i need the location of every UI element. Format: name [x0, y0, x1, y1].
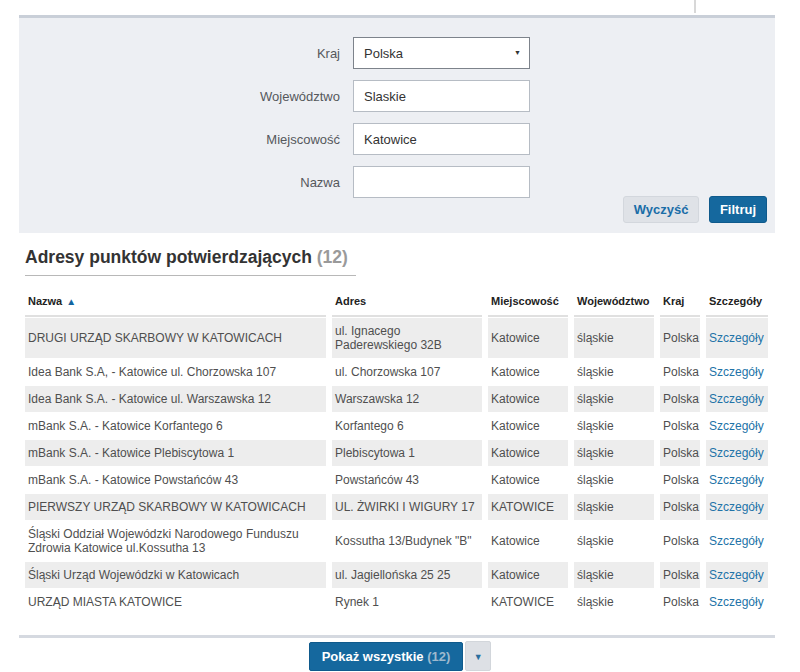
details-link[interactable]: Szczegóły	[709, 419, 764, 433]
table-row: Idea Bank S.A. - Katowice ul. Warszawska…	[25, 386, 768, 412]
cell-address: ul. Ignacego Paderewskiego 32B	[332, 318, 482, 358]
cell-details: Szczegóły	[706, 589, 768, 615]
cell-province: śląskie	[574, 589, 654, 615]
table-row: mBank S.A. - Katowice Plebiscytowa 1Pleb…	[25, 440, 768, 466]
results-count: (12)	[317, 247, 348, 267]
column-header-name[interactable]: Nazwa▲	[25, 289, 326, 317]
details-link[interactable]: Szczegóły	[709, 473, 764, 487]
results-table-body: DRUGI URZĄD SKARBOWY W KATOWICACHul. Ign…	[25, 318, 768, 615]
results-title-text: Adresy punktów potwierdzających	[25, 247, 312, 267]
column-header-address[interactable]: Adres	[332, 289, 482, 317]
cell-city: Katowice	[488, 467, 568, 493]
cell-province: śląskie	[574, 521, 654, 561]
details-link[interactable]: Szczegóły	[709, 595, 764, 609]
footer-divider	[19, 635, 775, 638]
cell-address: ul. Jagiellońska 25 25	[332, 562, 482, 588]
show-count-dropdown-button[interactable]: ▼	[465, 641, 491, 671]
cell-province: śląskie	[574, 562, 654, 588]
results-section: Adresy punktów potwierdzających (12) Naz…	[19, 245, 775, 616]
cell-details: Szczegóły	[706, 562, 768, 588]
cell-address: ul. Chorzowska 107	[332, 359, 482, 385]
column-header-province[interactable]: Województwo	[574, 289, 654, 317]
cell-city: Katowice	[488, 413, 568, 439]
cell-name: mBank S.A. - Katowice Powstańców 43	[25, 467, 326, 493]
cell-country: Polska	[660, 440, 700, 466]
nazwa-label: Nazwa	[19, 175, 353, 190]
details-link[interactable]: Szczegóły	[709, 331, 764, 345]
column-header-details[interactable]: Szczegóły	[706, 289, 768, 317]
column-header-city[interactable]: Miejscowość	[488, 289, 568, 317]
miejscowosc-input[interactable]	[353, 123, 530, 155]
clear-button[interactable]: Wyczyść	[623, 196, 700, 223]
show-all-button[interactable]: Pokaż wszystkie (12)	[309, 642, 464, 671]
miejscowosc-label: Miejscowość	[19, 132, 353, 147]
cell-province: śląskie	[574, 413, 654, 439]
table-row: Śląski Urząd Wojewódzki w Katowicachul. …	[25, 562, 768, 588]
cell-details: Szczegóły	[706, 318, 768, 358]
cell-address: Warszawska 12	[332, 386, 482, 412]
table-row: Śląski Oddział Wojewódzki Narodowego Fun…	[25, 521, 768, 561]
form-row-wojewodztwo: Województwo	[19, 80, 775, 112]
kraj-label: Kraj	[19, 46, 353, 61]
cell-name: URZĄD MIASTA KATOWICE	[25, 589, 326, 615]
cell-details: Szczegóły	[706, 386, 768, 412]
cell-country: Polska	[660, 494, 700, 520]
details-link[interactable]: Szczegóły	[709, 392, 764, 406]
cell-province: śląskie	[574, 467, 654, 493]
page-top-divider	[694, 0, 696, 13]
form-row-kraj: Kraj Polska ▼	[19, 37, 775, 69]
cell-country: Polska	[660, 562, 700, 588]
footer-buttons: Pokaż wszystkie (12)▼	[0, 641, 800, 671]
cell-name: mBank S.A. - Katowice Korfantego 6	[25, 413, 326, 439]
cell-name: PIERWSZY URZĄD SKARBOWY W KATOWICACH	[25, 494, 326, 520]
table-row: mBank S.A. - Katowice Powstańców 43Powst…	[25, 467, 768, 493]
cell-city: KATOWICE	[488, 494, 568, 520]
filter-button[interactable]: Filtruj	[709, 196, 767, 223]
cell-city: Katowice	[488, 562, 568, 588]
cell-province: śląskie	[574, 386, 654, 412]
cell-country: Polska	[660, 386, 700, 412]
cell-country: Polska	[660, 589, 700, 615]
table-row: DRUGI URZĄD SKARBOWY W KATOWICACHul. Ign…	[25, 318, 768, 358]
cell-city: Katowice	[488, 440, 568, 466]
cell-details: Szczegóły	[706, 413, 768, 439]
details-link[interactable]: Szczegóły	[709, 568, 764, 582]
details-link[interactable]: Szczegóły	[709, 446, 764, 460]
cell-details: Szczegóły	[706, 494, 768, 520]
cell-country: Polska	[660, 521, 700, 561]
cell-name: Idea Bank S.A, - Katowice ul. Chorzowska…	[25, 359, 326, 385]
form-row-miejscowosc: Miejscowość	[19, 123, 775, 155]
details-link[interactable]: Szczegóły	[709, 500, 764, 514]
cell-name: Idea Bank S.A. - Katowice ul. Warszawska…	[25, 386, 326, 412]
cell-address: Powstańców 43	[332, 467, 482, 493]
details-link[interactable]: Szczegóły	[709, 365, 764, 379]
table-row: PIERWSZY URZĄD SKARBOWY W KATOWICACHUL. …	[25, 494, 768, 520]
nazwa-input[interactable]	[353, 166, 530, 198]
cell-name: Śląski Oddział Wojewódzki Narodowego Fun…	[25, 521, 326, 561]
sort-ascending-icon: ▲	[66, 296, 76, 307]
cell-country: Polska	[660, 318, 700, 358]
cell-address: UL. ŻWIRKI I WIGURY 17	[332, 494, 482, 520]
cell-city: Katowice	[488, 318, 568, 358]
cell-address: Rynek 1	[332, 589, 482, 615]
cell-city: Katowice	[488, 521, 568, 561]
wojewodztwo-input[interactable]	[353, 80, 530, 112]
cell-address: Korfantego 6	[332, 413, 482, 439]
table-row: mBank S.A. - Katowice Korfantego 6Korfan…	[25, 413, 768, 439]
filter-panel: Kraj Polska ▼ Województwo Miejscowość Na…	[19, 15, 775, 233]
cell-country: Polska	[660, 413, 700, 439]
kraj-select[interactable]: Polska	[353, 37, 530, 69]
column-header-country[interactable]: Kraj	[660, 289, 700, 317]
chevron-down-icon: ▼	[474, 651, 483, 664]
cell-province: śląskie	[574, 318, 654, 358]
cell-details: Szczegóły	[706, 467, 768, 493]
cell-country: Polska	[660, 467, 700, 493]
cell-province: śląskie	[574, 440, 654, 466]
wojewodztwo-label: Województwo	[19, 89, 353, 104]
cell-city: Katowice	[488, 386, 568, 412]
details-link[interactable]: Szczegóły	[709, 534, 764, 548]
show-all-count: (12)	[427, 649, 450, 664]
cell-address: Kossutha 13/Budynek "B"	[332, 521, 482, 561]
cell-name: DRUGI URZĄD SKARBOWY W KATOWICACH	[25, 318, 326, 358]
cell-province: śląskie	[574, 494, 654, 520]
